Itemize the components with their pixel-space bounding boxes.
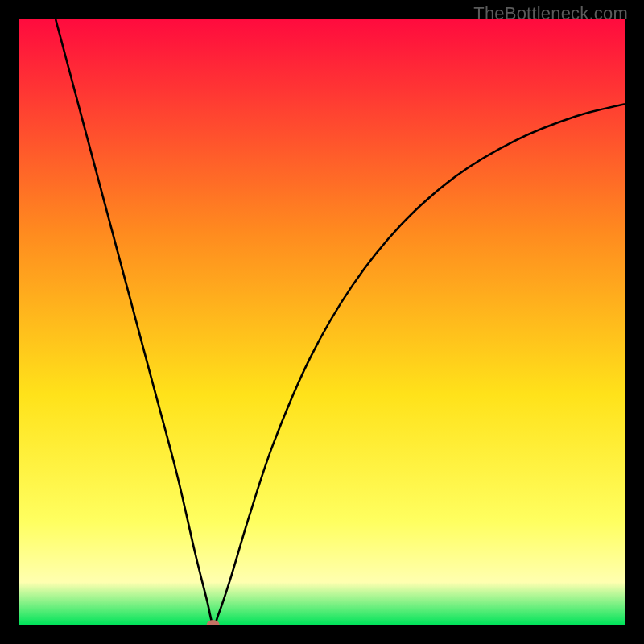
chart-container: TheBottleneck.com — [0, 0, 644, 644]
chart-svg — [19, 19, 625, 625]
gradient-background — [19, 19, 625, 625]
plot-area — [19, 19, 625, 625]
